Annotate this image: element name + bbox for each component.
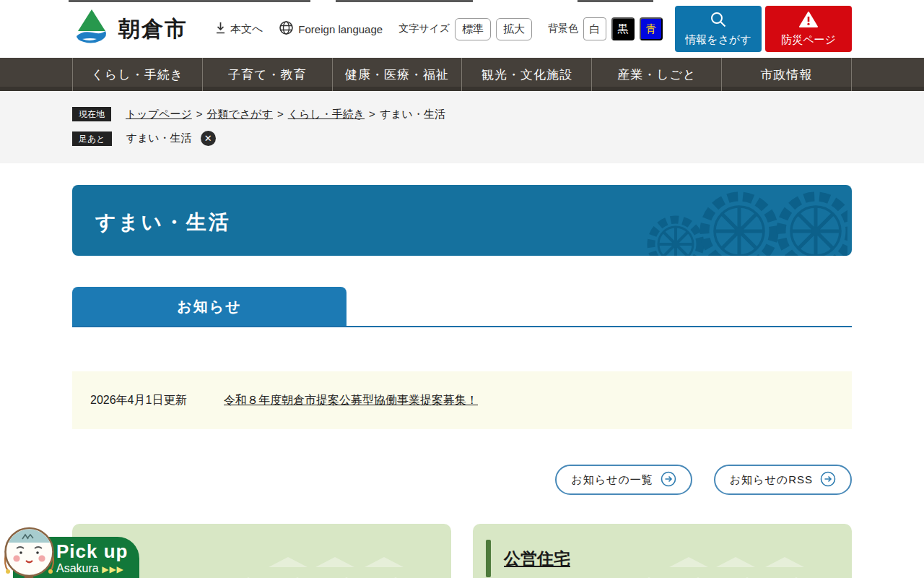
page-title-banner: すまい・生活: [72, 185, 852, 256]
tab-underline: [72, 326, 852, 327]
main-content: すまい・生活: [72, 185, 852, 578]
news-list-button[interactable]: お知らせの一覧: [555, 465, 692, 495]
breadcrumb-band: 現在地 トップページ>分類でさがす>くらし・手続き>すまい・生活 足あと すまい…: [0, 91, 924, 163]
news-rss-button-label: お知らせのRSS: [730, 473, 813, 487]
skip-to-content-link[interactable]: 本文へ: [215, 22, 263, 36]
breadcrumb-separator: >: [196, 108, 203, 120]
breadcrumb-current: すまい・生活: [380, 108, 445, 120]
category-card-public-housing[interactable]: 公営住宅: [473, 524, 852, 578]
footprint-item: すまい・生活: [126, 131, 192, 145]
breadcrumb-link-top[interactable]: トップページ: [126, 108, 192, 120]
tab-news[interactable]: お知らせ: [72, 287, 346, 326]
search-icon: [710, 11, 727, 30]
footprint-badge: 足あと: [72, 131, 112, 146]
pickup-title: Pick up: [56, 542, 139, 561]
globe-icon: [279, 20, 294, 38]
waterwheel-decoration-icon: [631, 191, 847, 256]
mountain-pattern-icon: [601, 547, 839, 578]
breadcrumb: 現在地 トップページ>分類でさがす>くらし・手続き>すまい・生活: [72, 107, 852, 121]
nav-item-shisei[interactable]: 市政情報: [721, 58, 852, 91]
news-rss-button[interactable]: お知らせのRSS: [714, 465, 852, 495]
card-title-link[interactable]: 公営住宅: [504, 548, 570, 570]
bg-color-label: 背景色: [548, 22, 578, 35]
location-badge: 現在地: [72, 107, 111, 121]
mountain-pattern-icon: [200, 547, 438, 578]
cutoff-bar: [578, 0, 653, 2]
site-logo[interactable]: 朝倉市: [72, 7, 188, 51]
nav-item-kenko[interactable]: 健康・医療・福祉: [332, 58, 462, 91]
font-size-standard-button[interactable]: 標準: [455, 18, 491, 40]
breadcrumb-separator: >: [277, 108, 284, 120]
circle-arrow-icon: [661, 471, 676, 489]
cutoff-bar: [69, 0, 310, 2]
breadcrumb-link-category[interactable]: 分類でさがす: [207, 108, 273, 120]
nav-item-kurashi[interactable]: くらし・手続き: [72, 58, 202, 91]
nav-item-kosodate[interactable]: 子育て・教育: [202, 58, 332, 91]
emergency-page-button[interactable]: 防災ページ: [765, 6, 852, 52]
mascot-icon: [1, 525, 58, 578]
breadcrumb-link-kurashi[interactable]: くらし・手続き: [288, 108, 365, 120]
news-list-button-label: お知らせの一覧: [571, 473, 653, 487]
city-logo-icon: [72, 7, 111, 51]
pickup-widget: Pick up Asakura ▶▶▶: [0, 525, 188, 578]
skip-link-label: 本文へ: [230, 22, 263, 36]
news-list-item: 2026年4月1日更新 令和８年度朝倉市提案公募型協働事業提案募集！: [72, 371, 852, 429]
bg-black-button[interactable]: 黒: [611, 17, 635, 40]
breadcrumb-separator: >: [369, 108, 375, 120]
emergency-button-label: 防災ページ: [781, 33, 836, 47]
site-name: 朝倉市: [118, 14, 188, 44]
cutoff-bar: [336, 0, 473, 2]
font-size-label: 文字サイズ: [398, 22, 450, 35]
bg-blue-button[interactable]: 青: [640, 17, 663, 40]
global-nav: くらし・手続き 子育て・教育 健康・医療・福祉 観光・文化施設 産業・しごと 市…: [0, 58, 924, 91]
nav-item-sangyo[interactable]: 産業・しごと: [591, 58, 721, 91]
warning-icon: [798, 11, 819, 30]
news-link[interactable]: 令和８年度朝倉市提案公募型協働事業提案募集！: [224, 393, 478, 408]
down-arrow-icon: [215, 22, 226, 36]
close-icon[interactable]: ✕: [201, 131, 216, 146]
search-button[interactable]: 情報をさがす: [675, 6, 762, 52]
footprint-row: 足あと すまい・生活 ✕: [72, 131, 852, 146]
pickup-subtitle: Asakura: [56, 562, 99, 574]
bg-white-button[interactable]: 白: [583, 17, 606, 40]
font-size-large-button[interactable]: 拡大: [496, 18, 532, 40]
foreign-language-label: Foreign language: [298, 23, 383, 35]
news-date: 2026年4月1日更新: [90, 393, 224, 408]
circle-arrow-icon: [820, 471, 836, 489]
site-header: 朝倉市 本文へ: [0, 0, 924, 58]
nav-item-kanko[interactable]: 観光・文化施設: [461, 58, 591, 91]
foreign-language-link[interactable]: Foreign language: [279, 20, 383, 38]
search-button-label: 情報をさがす: [685, 33, 751, 47]
triple-arrow-icon: ▶▶▶: [102, 564, 124, 574]
card-accent-bar: [486, 540, 491, 577]
page: 朝倉市 本文へ: [0, 0, 924, 578]
